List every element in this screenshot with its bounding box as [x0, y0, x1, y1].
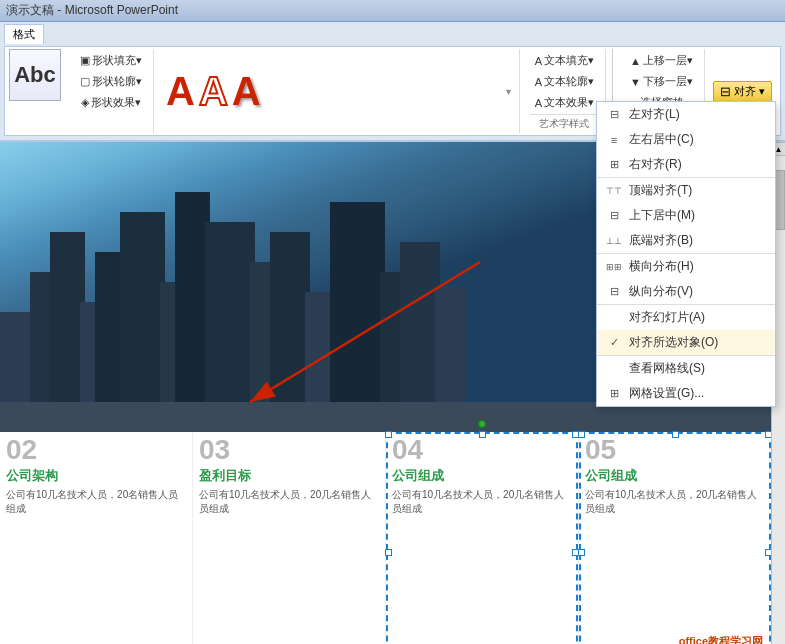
handle-tr[interactable] [572, 431, 579, 438]
building-13 [330, 202, 385, 432]
left-align-icon: ⊟ [605, 108, 623, 122]
menu-align-selected[interactable]: ✓ 对齐所选对象(O) [597, 330, 775, 355]
building-6 [120, 212, 165, 432]
align-button[interactable]: ⊟ 对齐 ▾ [713, 81, 772, 102]
handle-tl[interactable] [385, 431, 392, 438]
show-grid-icon [605, 362, 623, 376]
art-style-letters: A A A ▾ [158, 49, 520, 133]
top-align-icon: ⊤⊤ [605, 184, 623, 198]
align-section: ⊟ 对齐 ▾ ⊟ 左对齐(L) ≡ 左右居中(C) ⊞ 右对齐(R) [709, 49, 776, 133]
move-down-btn[interactable]: ▼ 下移一层▾ [625, 72, 698, 91]
item-4-number: 05 [585, 436, 765, 464]
item-4-title: 公司组成 [585, 468, 765, 484]
item-3-text: 公司有10几名技术人员，20几名销售人员组成 [392, 488, 572, 516]
slide-item-2: 03 盈利目标 公司有10几名技术人员，20几名销售人员组成 [193, 432, 386, 644]
shape-effect-icon: ◈ [81, 96, 89, 109]
art-a-1[interactable]: A [166, 69, 195, 114]
move-up-btn[interactable]: ▲ 上移一层▾ [625, 51, 698, 70]
slide-item-1: 02 公司架构 公司有10几名技术人员，20名销售人员组成 [0, 432, 193, 644]
item-1-title: 公司架构 [6, 468, 186, 484]
menu-align-slide[interactable]: 对齐幻灯片(A) [597, 304, 775, 330]
item-2-number: 03 [199, 436, 379, 464]
distribute-h-icon: ⊞⊞ [605, 260, 623, 274]
title-bar: 演示文稿 - Microsoft PowerPoint [0, 0, 785, 22]
menu-left-align[interactable]: ⊟ 左对齐(L) [597, 102, 775, 127]
ribbon-content: Abc ▣ 形状填充▾ ▢ 形状轮廓▾ ◈ 形状效果▾ A A A ▾ [4, 46, 781, 136]
center-v-icon: ⊟ [605, 209, 623, 223]
art-a-3[interactable]: A [232, 69, 261, 114]
watermark: office教程学习网 www.office68.com [667, 633, 763, 644]
abc-button[interactable]: Abc [9, 49, 61, 101]
shape-outline-icon: ▢ [80, 75, 90, 88]
menu-show-grid[interactable]: 查看网格线(S) [597, 355, 775, 381]
menu-right-align[interactable]: ⊞ 右对齐(R) [597, 152, 775, 177]
move-up-icon: ▲ [630, 55, 641, 67]
menu-center-v[interactable]: ⊟ 上下居中(M) [597, 203, 775, 228]
grid-settings-icon: ⊞ [605, 387, 623, 401]
menu-top-align[interactable]: ⊤⊤ 顶端对齐(T) [597, 177, 775, 203]
handle-4-mr[interactable] [765, 549, 771, 556]
move-down-icon: ▼ [630, 76, 641, 88]
align-slide-icon [605, 311, 623, 325]
shape-fill-icon: ▣ [80, 54, 90, 67]
slide-bottom-section: 02 公司架构 公司有10几名技术人员，20名销售人员组成 03 盈利目标 公司… [0, 432, 771, 644]
text-fill-icon: A [535, 55, 542, 67]
bottom-align-icon: ⊥⊥ [605, 234, 623, 248]
align-dropdown-menu: ⊟ 左对齐(L) ≡ 左右居中(C) ⊞ 右对齐(R) ⊤⊤ 顶端对齐(T) ⊟ [596, 101, 776, 407]
item-1-text: 公司有10几名技术人员，20名销售人员组成 [6, 488, 186, 516]
menu-distribute-v[interactable]: ⊟ 纵向分布(V) [597, 279, 775, 304]
shape-effect-btn[interactable]: ◈ 形状效果▾ [76, 93, 146, 112]
shape-outline-btn[interactable]: ▢ 形状轮廓▾ [75, 72, 147, 91]
art-a-2[interactable]: A [199, 69, 228, 114]
ribbon-tabs: 格式 [4, 24, 781, 44]
shape-section: ▣ 形状填充▾ ▢ 形状轮廓▾ ◈ 形状效果▾ [69, 49, 154, 133]
handle-mr[interactable] [572, 549, 579, 556]
menu-bottom-align[interactable]: ⊥⊥ 底端对齐(B) [597, 228, 775, 253]
art-style-expand[interactable]: ▾ [506, 86, 511, 97]
text-outline-icon: A [535, 76, 542, 88]
menu-distribute-h[interactable]: ⊞⊞ 横向分布(H) [597, 253, 775, 279]
handle-4-ml[interactable] [578, 549, 585, 556]
divider-1 [612, 49, 613, 109]
shape-fill-btn[interactable]: ▣ 形状填充▾ [75, 51, 147, 70]
item-1-number: 02 [6, 436, 186, 464]
ribbon: 格式 Abc ▣ 形状填充▾ ▢ 形状轮廓▾ ◈ 形状效果▾ A A A ▾ [0, 22, 785, 142]
handle-ml[interactable] [385, 549, 392, 556]
handle-4-tl[interactable] [578, 431, 585, 438]
align-dropdown-icon: ▾ [759, 85, 765, 98]
align-selected-icon: ✓ [605, 336, 623, 350]
item-3-number: 04 [392, 436, 572, 464]
center-h-icon: ≡ [605, 133, 623, 147]
align-icon: ⊟ [720, 84, 731, 99]
text-fill-btn[interactable]: A 文本填充▾ [530, 51, 599, 70]
building-9 [205, 222, 255, 432]
slide-item-4[interactable]: 05 公司组成 公司有10几名技术人员，20几名销售人员组成 [579, 432, 771, 644]
tab-format[interactable]: 格式 [4, 24, 44, 44]
distribute-v-icon: ⊟ [605, 285, 623, 299]
menu-center-h[interactable]: ≡ 左右居中(C) [597, 127, 775, 152]
art-style-label: 艺术字样式 [530, 114, 599, 131]
text-outline-btn[interactable]: A 文本轮廓▾ [530, 72, 599, 91]
text-section: A 文本填充▾ A 文本轮廓▾ A 文本效果▾ 艺术字样式 [524, 49, 606, 133]
watermark-line1: office教程学习网 [667, 633, 763, 644]
slide-item-3[interactable]: 04 公司组成 公司有10几名技术人员，20几名销售人员组成 [386, 432, 579, 644]
menu-grid-settings[interactable]: ⊞ 网格设置(G)... [597, 381, 775, 406]
text-effect-btn[interactable]: A 文本效果▾ [530, 93, 599, 112]
item-4-text: 公司有10几名技术人员，20几名销售人员组成 [585, 488, 765, 516]
title-bar-text: 演示文稿 - Microsoft PowerPoint [6, 2, 779, 19]
item-3-title: 公司组成 [392, 468, 572, 484]
handle-4-tr[interactable] [765, 431, 771, 438]
right-align-icon: ⊞ [605, 158, 623, 172]
item-2-title: 盈利目标 [199, 468, 379, 484]
text-effect-icon: A [535, 97, 542, 109]
item-2-text: 公司有10几名技术人员，20几名销售人员组成 [199, 488, 379, 516]
